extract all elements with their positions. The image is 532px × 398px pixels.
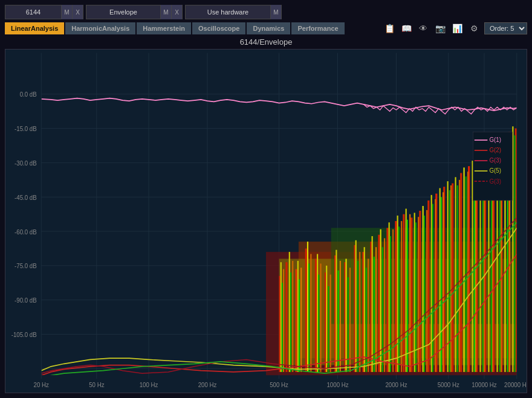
tab-linear-analysis[interactable]: LinearAnalysis bbox=[5, 22, 64, 34]
chart-icon-btn[interactable]: 📊 bbox=[450, 22, 464, 35]
svg-text:2000 Hz: 2000 Hz bbox=[385, 382, 407, 388]
svg-rect-75 bbox=[307, 242, 308, 372]
svg-text:G(3): G(3) bbox=[490, 157, 501, 164]
svg-text:5000 Hz: 5000 Hz bbox=[438, 382, 459, 388]
top-bar-x-btn-1[interactable]: X bbox=[72, 5, 83, 19]
svg-rect-116 bbox=[424, 216, 425, 372]
top-bar-m-btn-1[interactable]: M bbox=[61, 5, 72, 19]
svg-rect-133 bbox=[330, 275, 331, 372]
top-bar-item-2: Envelope M X bbox=[86, 5, 183, 19]
svg-text:G(2): G(2) bbox=[490, 147, 501, 153]
chart-container: 0.0 dB -15.0 dB -30.0 dB -45.0 dB -60.0 … bbox=[5, 49, 527, 393]
svg-rect-108 bbox=[357, 261, 358, 372]
svg-rect-55 bbox=[386, 228, 388, 372]
svg-rect-103 bbox=[308, 263, 310, 371]
svg-rect-129 bbox=[292, 261, 293, 372]
eye-icon-btn[interactable]: 👁 bbox=[417, 22, 430, 35]
top-bar-label-2: Envelope bbox=[86, 8, 160, 16]
svg-rect-113 bbox=[398, 226, 400, 372]
svg-rect-94 bbox=[472, 161, 473, 372]
svg-rect-86 bbox=[406, 209, 407, 372]
svg-rect-134 bbox=[340, 261, 341, 372]
top-bar-m-btn-2[interactable]: M bbox=[160, 5, 171, 19]
svg-rect-135 bbox=[349, 268, 351, 372]
svg-rect-89 bbox=[431, 195, 432, 372]
svg-rect-107 bbox=[348, 277, 349, 372]
chart-svg: 0.0 dB -15.0 dB -30.0 dB -45.0 dB -60.0 … bbox=[5, 50, 527, 393]
svg-text:200 Hz: 200 Hz bbox=[198, 382, 217, 388]
tab-performance[interactable]: Performance bbox=[291, 22, 344, 34]
top-bar-item-1: 6144 M X bbox=[5, 5, 83, 19]
tab-oscilloscope[interactable]: Oscilloscope bbox=[192, 22, 245, 34]
svg-text:20000 Hz: 20000 Hz bbox=[504, 382, 527, 388]
svg-rect-76 bbox=[317, 254, 318, 372]
top-bar: 6144 M X Envelope M X Use hardware M bbox=[5, 5, 527, 19]
svg-rect-144 bbox=[426, 210, 427, 372]
svg-rect-99 bbox=[512, 126, 513, 372]
svg-text:1000 Hz: 1000 Hz bbox=[326, 382, 348, 388]
top-bar-item-3: Use hardware M bbox=[185, 5, 282, 19]
svg-rect-114 bbox=[407, 220, 408, 372]
top-bar-x-btn-2[interactable]: X bbox=[171, 5, 182, 19]
svg-rect-64 bbox=[460, 173, 462, 371]
svg-rect-85 bbox=[397, 216, 398, 372]
svg-rect-112 bbox=[390, 236, 391, 372]
svg-rect-117 bbox=[432, 204, 433, 372]
top-bar-m-btn-3[interactable]: M bbox=[270, 5, 281, 19]
svg-rect-81 bbox=[364, 247, 365, 372]
svg-text:G(3): G(3) bbox=[490, 178, 501, 184]
tab-dynamics[interactable]: Dynamics bbox=[247, 22, 290, 34]
order-dropdown[interactable]: Order: 5 Order: 1 Order: 3 Order: 7 Orde… bbox=[484, 22, 527, 34]
svg-rect-57 bbox=[403, 214, 404, 372]
svg-rect-77 bbox=[326, 266, 327, 372]
svg-rect-127 bbox=[514, 135, 516, 372]
svg-rect-82 bbox=[372, 236, 373, 372]
svg-text:20 Hz: 20 Hz bbox=[34, 382, 49, 388]
svg-rect-101 bbox=[290, 272, 291, 372]
svg-rect-119 bbox=[449, 190, 450, 372]
svg-rect-147 bbox=[450, 185, 452, 372]
svg-rect-46 bbox=[305, 248, 307, 371]
svg-rect-131 bbox=[310, 254, 311, 372]
svg-rect-132 bbox=[320, 263, 321, 371]
svg-rect-140 bbox=[392, 229, 394, 372]
svg-rect-78 bbox=[336, 250, 337, 372]
svg-text:-90.0 dB: -90.0 dB bbox=[15, 297, 37, 304]
app-wrapper: 6144 M X Envelope M X Use hardware M Lin… bbox=[0, 0, 532, 398]
svg-rect-74 bbox=[297, 261, 299, 372]
svg-rect-73 bbox=[289, 252, 290, 372]
svg-rect-80 bbox=[355, 240, 357, 372]
svg-text:-105.0 dB: -105.0 dB bbox=[11, 332, 37, 338]
chart-title: 6144/Envelope bbox=[5, 37, 527, 47]
svg-rect-63 bbox=[452, 184, 453, 372]
tab-hammerstein[interactable]: Hammerstein bbox=[137, 22, 191, 34]
toolbar-icons: 📋 📖 👁 📷 📊 ⚙ Order: 5 Order: 1 Order: 3 O… bbox=[383, 22, 527, 35]
svg-text:500 Hz: 500 Hz bbox=[270, 382, 288, 388]
svg-rect-118 bbox=[441, 197, 442, 372]
tab-harmonic-analysis[interactable]: HarmonicAnalysis bbox=[65, 22, 135, 34]
svg-rect-79 bbox=[345, 258, 346, 371]
top-bar-label-1: 6144 bbox=[5, 8, 61, 16]
svg-text:50 Hz: 50 Hz bbox=[89, 382, 104, 388]
svg-rect-92 bbox=[455, 177, 456, 372]
svg-text:-15.0 dB: -15.0 dB bbox=[15, 126, 37, 132]
camera-icon-btn[interactable]: 📷 bbox=[433, 22, 447, 35]
svg-rect-142 bbox=[409, 214, 410, 372]
svg-rect-104 bbox=[318, 275, 319, 372]
svg-rect-72 bbox=[281, 262, 282, 372]
svg-rect-148 bbox=[459, 180, 460, 372]
clipboard-icon-btn[interactable]: 📋 bbox=[383, 22, 396, 35]
svg-rect-102 bbox=[299, 280, 300, 372]
svg-rect-60 bbox=[427, 201, 429, 372]
svg-rect-136 bbox=[359, 252, 360, 372]
tabs-row: LinearAnalysis HarmonicAnalysis Hammerst… bbox=[5, 22, 527, 35]
svg-text:0.0 dB: 0.0 dB bbox=[20, 91, 37, 98]
gear-icon-btn[interactable]: ⚙ bbox=[467, 22, 481, 35]
svg-text:-45.0 dB: -45.0 dB bbox=[15, 194, 37, 201]
book-icon-btn[interactable]: 📖 bbox=[400, 22, 413, 35]
svg-text:-75.0 dB: -75.0 dB bbox=[15, 263, 37, 269]
svg-rect-130 bbox=[300, 268, 302, 372]
svg-rect-120 bbox=[457, 185, 458, 372]
svg-text:-60.0 dB: -60.0 dB bbox=[15, 228, 37, 235]
svg-rect-47 bbox=[315, 258, 317, 371]
